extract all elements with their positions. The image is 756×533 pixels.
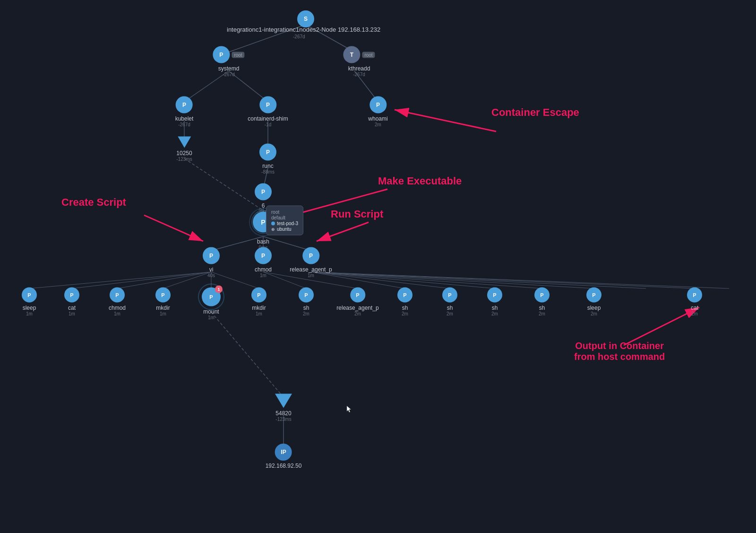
- vi-node: P vi 40s: [203, 247, 220, 278]
- chmod-top-circle: P: [255, 247, 272, 264]
- cat2-label: cat: [691, 305, 698, 311]
- kubelet-sublabel: -267d: [178, 122, 190, 127]
- chmod1-sublabel: 1m: [114, 311, 120, 316]
- port54820-label: 54820: [275, 410, 291, 417]
- kubelet-circle: P: [176, 96, 193, 114]
- kubelet-label: kubelet: [175, 115, 194, 122]
- svg-line-23: [311, 272, 495, 288]
- sleep2-label: sleep: [587, 305, 601, 311]
- svg-line-32: [395, 110, 496, 131]
- release-agent-top-sublabel: 1m: [308, 273, 314, 278]
- kthreadd-sublabel: -267d: [353, 72, 365, 77]
- systemd-root-badge: root: [232, 52, 244, 58]
- sh4-label: sh: [492, 305, 498, 311]
- sh5-circle: P: [534, 288, 550, 303]
- sleep2-circle: P: [586, 288, 601, 303]
- port10250-label: 10250: [176, 150, 192, 157]
- svg-line-24: [311, 272, 542, 288]
- mkdir1-node: P mkdir 1m: [155, 288, 171, 316]
- sh3-sublabel: 2m: [447, 311, 453, 316]
- ip-node: IP 192.168.92.50: [266, 444, 302, 469]
- integration-label: integrationc1-integrationc1nodes2-Node 1…: [227, 26, 380, 33]
- port54820-triangle: [275, 394, 292, 408]
- cat2-node: P cat 2m: [687, 288, 702, 316]
- chmod-top-label: chmod: [255, 266, 272, 273]
- runc-node: P runc -88ms: [259, 144, 276, 175]
- kthreadd-node: T root kthreadd -267d: [343, 46, 375, 77]
- vi-label: vi: [209, 266, 214, 273]
- release-agent-top-circle: P: [302, 247, 319, 264]
- sh5-label: sh: [539, 305, 545, 311]
- kthreadd-label: kthreadd: [348, 65, 370, 72]
- ip-label: 192.168.92.50: [266, 463, 302, 469]
- whoami-circle: P: [369, 96, 387, 114]
- sh1-circle: P: [299, 288, 314, 303]
- systemd-circle: P: [213, 46, 230, 63]
- release-agent-top-node: P release_agent_p 1m: [290, 247, 332, 278]
- bash-tooltip: root default test-pod-3 ⊕ubuntu: [266, 206, 303, 236]
- mkdir1-circle: P: [155, 288, 171, 303]
- cat1-node: P cat 1m: [64, 288, 79, 316]
- sh1-sublabel: 2m: [303, 311, 309, 316]
- runc-label: runc: [262, 163, 273, 169]
- containerd-circle: P: [259, 96, 276, 114]
- sh5-sublabel: 2m: [539, 311, 545, 316]
- containerd-node: P containerd-shim -1d: [248, 96, 288, 127]
- svg-line-28: [311, 272, 729, 288]
- chmod-top-node: P chmod 1m: [255, 247, 272, 278]
- create-script-annotation: Create Script: [61, 196, 126, 209]
- svg-line-35: [317, 222, 369, 241]
- mount-badge: 1: [215, 286, 223, 293]
- svg-line-34: [144, 215, 203, 241]
- bash-node[interactable]: P 1 root default test-pod-3 ⊕ubuntu bash…: [249, 208, 277, 250]
- cat1-sublabel: 1m: [69, 311, 75, 316]
- sh3-node: P sh 2m: [442, 288, 457, 316]
- release-agent-bottom-node: P release_agent_p 2m: [336, 288, 378, 316]
- sh4-circle: P: [487, 288, 502, 303]
- systemd-label: systemd: [218, 65, 240, 72]
- sleep1-node: P sleep 1m: [22, 288, 37, 316]
- output-container-annotation: Output in Containerfrom host command: [574, 341, 665, 362]
- mount-sublabel: 1m: [208, 315, 215, 320]
- svg-line-27: [311, 272, 695, 288]
- port10250-sublabel: -123ms: [176, 157, 192, 162]
- sh1-node: P sh 2m: [299, 288, 314, 316]
- mount-circle: P 1: [202, 288, 221, 306]
- sh2-label: sh: [402, 305, 408, 311]
- runc-circle: P: [259, 144, 276, 161]
- svg-line-25: [311, 272, 594, 288]
- release-agent-bottom-label: release_agent_p: [336, 305, 378, 311]
- mkdir2-node: P mkdir 1m: [251, 288, 266, 316]
- release-agent-top-label: release_agent_p: [290, 266, 332, 273]
- vi-sublabel: 40s: [207, 273, 215, 278]
- s-node: S: [297, 10, 314, 27]
- svg-line-15: [117, 272, 211, 288]
- systemd-node: P root systemd -267d: [213, 46, 244, 77]
- sh2-circle: P: [397, 288, 412, 303]
- chmod1-circle: P: [110, 288, 125, 303]
- containerd-sublabel: -1d: [265, 122, 271, 127]
- release-agent-bottom-circle: P: [350, 288, 365, 303]
- vi-circle: P: [203, 247, 220, 264]
- svg-line-26: [311, 272, 646, 288]
- mkdir2-label: mkdir: [252, 305, 266, 311]
- sh2-sublabel: 2m: [402, 311, 408, 316]
- svg-line-29: [211, 312, 284, 397]
- chmod-top-sublabel: 1m: [260, 273, 266, 278]
- sleep2-sublabel: 2m: [591, 311, 597, 316]
- mount-node[interactable]: P 1 mount 1m: [202, 288, 221, 320]
- chmod1-label: chmod: [109, 305, 126, 311]
- sh4-node: P sh 2m: [487, 288, 502, 316]
- cursor: [346, 405, 352, 413]
- cat1-circle: P: [64, 288, 79, 303]
- release-agent-bottom-sublabel: 2m: [354, 311, 361, 316]
- node6-circle: P: [255, 183, 272, 201]
- mkdir1-sublabel: 1m: [160, 311, 166, 316]
- whoami-node: P whoami 2m: [368, 96, 387, 127]
- container-escape-annotation: Container Escape: [491, 106, 579, 119]
- svg-line-14: [72, 272, 211, 288]
- kthreadd-circle: T: [343, 46, 360, 63]
- cat1-label: cat: [68, 305, 76, 311]
- runc-sublabel: -88ms: [261, 169, 275, 175]
- run-script-annotation: Run Script: [331, 208, 383, 220]
